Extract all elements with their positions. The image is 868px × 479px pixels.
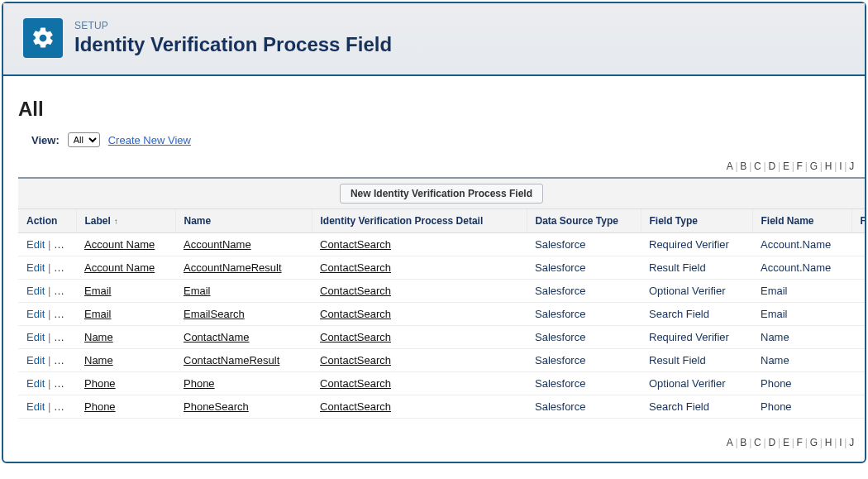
row-name-link[interactable]: EmailSearch	[184, 308, 245, 320]
table-row: Edit | DelEmailEmailSearchContactSearchS…	[18, 303, 865, 326]
row-detail-link[interactable]: ContactSearch	[320, 400, 391, 413]
records-table: Action Label↑ Name Identity Verification…	[18, 209, 865, 419]
row-ftype: Result Field	[649, 261, 706, 274]
row-detail-link[interactable]: ContactSearch	[320, 377, 391, 390]
alpha-letter[interactable]: G	[808, 160, 820, 172]
col-ftype[interactable]: Field Type	[641, 209, 752, 233]
alpha-letter[interactable]: F	[795, 437, 805, 448]
row-fname: Email	[761, 285, 788, 297]
alpha-letter[interactable]: B	[738, 160, 749, 172]
row-fname: Account.Name	[761, 238, 831, 251]
alpha-letter[interactable]: A	[725, 160, 736, 172]
create-new-view-link[interactable]: Create New View	[108, 134, 191, 146]
row-ftype: Optional Verifier	[649, 377, 726, 390]
row-name-link[interactable]: Phone	[184, 377, 215, 390]
edit-link[interactable]: Edit	[26, 261, 45, 274]
row-ftype: Required Verifier	[649, 238, 729, 251]
table-row: Edit | DelPhonePhoneContactSearchSalesfo…	[18, 372, 865, 395]
edit-link[interactable]: Edit	[26, 400, 45, 413]
alpha-letter[interactable]: J	[847, 437, 856, 448]
edit-link[interactable]: Edit	[26, 354, 45, 366]
gear-icon	[23, 18, 63, 58]
alpha-letter[interactable]: E	[781, 437, 792, 448]
alpha-letter[interactable]: G	[808, 437, 820, 448]
col-detail[interactable]: Identity Verification Process Detail	[312, 209, 527, 233]
row-detail-link[interactable]: ContactSearch	[320, 331, 391, 343]
row-detail-link[interactable]: ContactSearch	[320, 354, 391, 366]
row-label-link[interactable]: Email	[84, 308, 112, 320]
edit-link[interactable]: Edit	[26, 331, 45, 343]
row-detail-link[interactable]: ContactSearch	[320, 261, 391, 274]
col-name[interactable]: Name	[175, 209, 312, 233]
new-record-button[interactable]: New Identity Verification Process Field	[340, 184, 543, 204]
row-source: Salesforce	[535, 238, 585, 251]
alpha-letter[interactable]: H	[823, 437, 834, 448]
col-action[interactable]: Action	[18, 209, 76, 233]
row-ftype: Search Field	[649, 400, 709, 413]
edit-link[interactable]: Edit	[26, 285, 45, 297]
alpha-letter[interactable]: A	[725, 437, 736, 448]
row-detail-link[interactable]: ContactSearch	[320, 308, 391, 320]
row-ftype: Required Verifier	[649, 331, 729, 343]
row-name-link[interactable]: AccountName	[184, 238, 251, 251]
row-fname: Phone	[761, 377, 792, 390]
alpha-letter[interactable]: D	[766, 160, 777, 172]
row-source: Salesforce	[535, 308, 585, 320]
row-fname: Name	[761, 354, 789, 366]
alpha-letter[interactable]: D	[766, 437, 777, 448]
row-fname: Phone	[761, 400, 792, 413]
view-select[interactable]: All	[68, 132, 100, 147]
alpha-letter[interactable]: B	[738, 437, 749, 448]
row-fname: Account.Name	[761, 261, 831, 274]
col-fname[interactable]: Field Name	[752, 209, 851, 233]
row-detail-link[interactable]: ContactSearch	[320, 238, 391, 251]
row-source: Salesforce	[535, 400, 585, 413]
table-row: Edit | DelEmailEmailContactSearchSalesfo…	[18, 280, 865, 303]
row-name-link[interactable]: ContactNameResult	[184, 354, 279, 366]
row-label-link[interactable]: Email	[84, 285, 112, 297]
alpha-letter[interactable]: C	[752, 160, 763, 172]
row-label-link[interactable]: Name	[84, 354, 113, 366]
row-ftype: Optional Verifier	[649, 285, 726, 297]
row-name-link[interactable]: ContactName	[184, 331, 249, 343]
row-source: Salesforce	[535, 285, 585, 297]
row-label-link[interactable]: Account Name	[84, 238, 155, 251]
table-row: Edit | DelNameContactNameResultContactSe…	[18, 349, 865, 372]
table-row: Edit | DelPhonePhoneSearchContactSearchS…	[18, 395, 865, 419]
list-view-title: All	[18, 98, 865, 121]
row-fname: Email	[761, 308, 788, 320]
alpha-letter[interactable]: H	[823, 160, 834, 172]
edit-link[interactable]: Edit	[26, 238, 45, 251]
table-row: Edit | DelAccount NameAccountNameResultC…	[18, 256, 865, 280]
page-title: Identity Verification Process Field	[74, 33, 392, 56]
page-header: SETUP Identity Verification Process Fiel…	[3, 3, 865, 76]
edit-link[interactable]: Edit	[26, 308, 45, 320]
row-source: Salesforce	[535, 331, 585, 343]
col-label[interactable]: Label↑	[76, 209, 175, 233]
col-extra[interactable]: Fi	[851, 209, 865, 233]
row-ftype: Result Field	[649, 354, 706, 366]
row-label-link[interactable]: Phone	[84, 377, 116, 390]
row-ftype: Search Field	[649, 308, 709, 320]
row-name-link[interactable]: PhoneSearch	[184, 400, 249, 413]
sort-asc-icon: ↑	[114, 217, 118, 226]
row-detail-link[interactable]: ContactSearch	[320, 285, 391, 297]
alpha-bar-top: A|B|C|D|E|F|G|H|I|J	[18, 159, 865, 177]
row-name-link[interactable]: Email	[184, 285, 211, 297]
row-label-link[interactable]: Account Name	[84, 261, 155, 274]
alpha-letter[interactable]: J	[847, 160, 856, 172]
col-source[interactable]: Data Source Type	[527, 209, 641, 233]
table-row: Edit | DelAccount NameAccountNameContact…	[18, 233, 865, 256]
alpha-letter[interactable]: C	[752, 437, 763, 448]
edit-link[interactable]: Edit	[26, 377, 45, 390]
row-fname: Name	[761, 331, 789, 343]
row-label-link[interactable]: Phone	[84, 400, 116, 413]
table-row: Edit | DelNameContactNameContactSearchSa…	[18, 326, 865, 349]
alpha-letter[interactable]: E	[781, 160, 792, 172]
table-toolbar: New Identity Verification Process Field	[18, 179, 865, 209]
alpha-letter[interactable]: F	[795, 160, 805, 172]
row-label-link[interactable]: Name	[84, 331, 113, 343]
row-source: Salesforce	[535, 377, 585, 390]
row-name-link[interactable]: AccountNameResult	[184, 261, 282, 274]
header-eyebrow: SETUP	[74, 20, 392, 31]
